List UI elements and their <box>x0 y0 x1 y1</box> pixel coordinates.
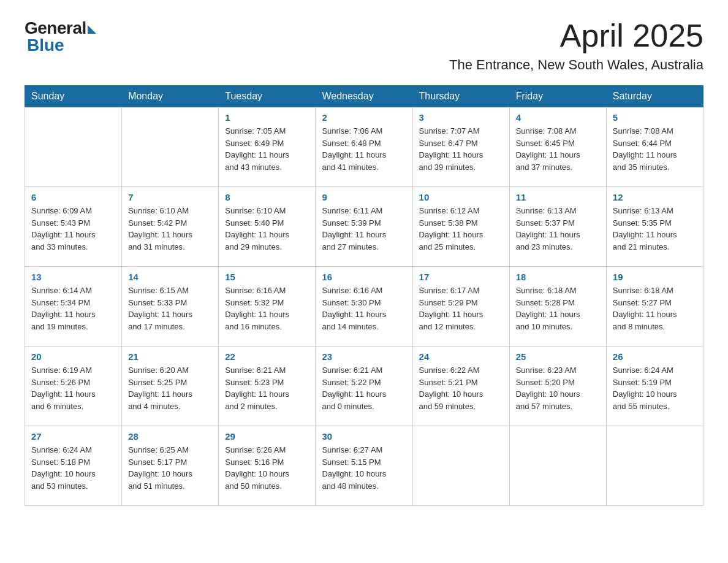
calendar-cell: 21Sunrise: 6:20 AMSunset: 5:25 PMDayligh… <box>122 347 219 426</box>
day-number: 17 <box>419 272 503 282</box>
calendar-cell: 18Sunrise: 6:18 AMSunset: 5:28 PMDayligh… <box>509 267 606 347</box>
calendar-cell: 10Sunrise: 6:12 AMSunset: 5:38 PMDayligh… <box>412 187 509 267</box>
calendar-cell: 23Sunrise: 6:21 AMSunset: 5:22 PMDayligh… <box>316 347 412 426</box>
calendar-cell <box>412 426 509 506</box>
day-info: Sunrise: 6:26 AMSunset: 5:16 PMDaylight:… <box>225 444 309 492</box>
day-number: 25 <box>516 351 600 362</box>
weekday-header-friday: Friday <box>509 86 606 107</box>
day-info: Sunrise: 6:10 AMSunset: 5:42 PMDaylight:… <box>128 205 212 253</box>
day-info: Sunrise: 7:08 AMSunset: 6:45 PMDaylight:… <box>516 125 600 173</box>
day-number: 10 <box>419 192 503 202</box>
calendar-cell: 22Sunrise: 6:21 AMSunset: 5:23 PMDayligh… <box>219 347 316 426</box>
calendar-cell: 11Sunrise: 6:13 AMSunset: 5:37 PMDayligh… <box>509 187 606 267</box>
day-info: Sunrise: 6:24 AMSunset: 5:19 PMDaylight:… <box>613 364 697 412</box>
weekday-header-monday: Monday <box>122 86 219 107</box>
calendar-cell: 30Sunrise: 6:27 AMSunset: 5:15 PMDayligh… <box>316 426 412 506</box>
calendar-cell <box>122 107 219 187</box>
day-number: 24 <box>419 351 503 362</box>
day-info: Sunrise: 7:06 AMSunset: 6:48 PMDaylight:… <box>322 125 406 173</box>
day-info: Sunrise: 6:22 AMSunset: 5:21 PMDaylight:… <box>419 364 503 412</box>
calendar-table: SundayMondayTuesdayWednesdayThursdayFrid… <box>25 85 703 506</box>
day-info: Sunrise: 6:13 AMSunset: 5:37 PMDaylight:… <box>516 205 600 253</box>
day-number: 22 <box>225 351 309 362</box>
calendar-cell: 8Sunrise: 6:10 AMSunset: 5:40 PMDaylight… <box>219 187 316 267</box>
calendar-cell: 9Sunrise: 6:11 AMSunset: 5:39 PMDaylight… <box>316 187 412 267</box>
day-number: 1 <box>225 112 309 123</box>
calendar-cell <box>606 426 703 506</box>
day-info: Sunrise: 7:07 AMSunset: 6:47 PMDaylight:… <box>419 125 503 173</box>
day-info: Sunrise: 6:17 AMSunset: 5:29 PMDaylight:… <box>419 285 503 332</box>
page-header: General Blue April 2025 The Entrance, Ne… <box>25 18 703 73</box>
day-number: 12 <box>613 192 697 202</box>
day-info: Sunrise: 6:23 AMSunset: 5:20 PMDaylight:… <box>516 364 600 412</box>
calendar-cell: 12Sunrise: 6:13 AMSunset: 5:35 PMDayligh… <box>606 187 703 267</box>
calendar-cell: 7Sunrise: 6:10 AMSunset: 5:42 PMDaylight… <box>122 187 219 267</box>
day-info: Sunrise: 6:10 AMSunset: 5:40 PMDaylight:… <box>225 205 309 253</box>
day-info: Sunrise: 6:27 AMSunset: 5:15 PMDaylight:… <box>322 444 406 492</box>
calendar-cell <box>25 107 122 187</box>
day-number: 29 <box>225 431 309 442</box>
day-info: Sunrise: 6:24 AMSunset: 5:18 PMDaylight:… <box>31 444 115 492</box>
day-number: 26 <box>613 351 697 362</box>
day-info: Sunrise: 6:13 AMSunset: 5:35 PMDaylight:… <box>613 205 697 253</box>
day-number: 6 <box>31 192 115 202</box>
calendar-cell: 29Sunrise: 6:26 AMSunset: 5:16 PMDayligh… <box>219 426 316 506</box>
calendar-cell: 5Sunrise: 7:08 AMSunset: 6:44 PMDaylight… <box>606 107 703 187</box>
day-info: Sunrise: 6:20 AMSunset: 5:25 PMDaylight:… <box>128 364 212 412</box>
day-number: 11 <box>516 192 600 202</box>
day-info: Sunrise: 6:16 AMSunset: 5:30 PMDaylight:… <box>322 285 406 332</box>
day-number: 21 <box>128 351 212 362</box>
day-info: Sunrise: 6:18 AMSunset: 5:28 PMDaylight:… <box>516 285 600 332</box>
day-info: Sunrise: 6:09 AMSunset: 5:43 PMDaylight:… <box>31 205 115 253</box>
calendar-cell: 26Sunrise: 6:24 AMSunset: 5:19 PMDayligh… <box>606 347 703 426</box>
calendar-cell: 1Sunrise: 7:05 AMSunset: 6:49 PMDaylight… <box>219 107 316 187</box>
calendar-cell: 2Sunrise: 7:06 AMSunset: 6:48 PMDaylight… <box>316 107 412 187</box>
day-number: 20 <box>31 351 115 362</box>
day-number: 23 <box>322 351 406 362</box>
day-info: Sunrise: 6:21 AMSunset: 5:23 PMDaylight:… <box>225 364 309 412</box>
calendar-cell: 15Sunrise: 6:16 AMSunset: 5:32 PMDayligh… <box>219 267 316 347</box>
day-number: 15 <box>225 272 309 282</box>
day-number: 28 <box>128 431 212 442</box>
day-info: Sunrise: 6:15 AMSunset: 5:33 PMDaylight:… <box>128 285 212 332</box>
day-number: 5 <box>613 112 697 123</box>
weekday-header-tuesday: Tuesday <box>219 86 316 107</box>
logo-blue-text: Blue <box>27 36 64 55</box>
day-number: 3 <box>419 112 503 123</box>
day-info: Sunrise: 6:11 AMSunset: 5:39 PMDaylight:… <box>322 205 406 253</box>
day-number: 9 <box>322 192 406 202</box>
calendar-cell: 3Sunrise: 7:07 AMSunset: 6:47 PMDaylight… <box>412 107 509 187</box>
weekday-header-thursday: Thursday <box>412 86 509 107</box>
month-title: April 2025 <box>449 18 703 53</box>
weekday-header-row: SundayMondayTuesdayWednesdayThursdayFrid… <box>25 86 703 107</box>
calendar-week-row: 20Sunrise: 6:19 AMSunset: 5:26 PMDayligh… <box>25 347 703 426</box>
weekday-header-sunday: Sunday <box>25 86 122 107</box>
title-section: April 2025 The Entrance, New South Wales… <box>449 18 703 73</box>
calendar-week-row: 6Sunrise: 6:09 AMSunset: 5:43 PMDaylight… <box>25 187 703 267</box>
day-info: Sunrise: 6:25 AMSunset: 5:17 PMDaylight:… <box>128 444 212 492</box>
calendar-cell <box>509 426 606 506</box>
day-info: Sunrise: 6:18 AMSunset: 5:27 PMDaylight:… <box>613 285 697 332</box>
calendar-cell: 25Sunrise: 6:23 AMSunset: 5:20 PMDayligh… <box>509 347 606 426</box>
location-title: The Entrance, New South Wales, Australia <box>449 57 703 73</box>
calendar-cell: 14Sunrise: 6:15 AMSunset: 5:33 PMDayligh… <box>122 267 219 347</box>
day-number: 13 <box>31 272 115 282</box>
logo-arrow-icon <box>88 25 96 34</box>
day-number: 4 <box>516 112 600 123</box>
calendar-cell: 13Sunrise: 6:14 AMSunset: 5:34 PMDayligh… <box>25 267 122 347</box>
day-number: 7 <box>128 192 212 202</box>
day-info: Sunrise: 6:21 AMSunset: 5:22 PMDaylight:… <box>322 364 406 412</box>
calendar-week-row: 1Sunrise: 7:05 AMSunset: 6:49 PMDaylight… <box>25 107 703 187</box>
day-number: 30 <box>322 431 406 442</box>
weekday-header-wednesday: Wednesday <box>316 86 412 107</box>
day-number: 14 <box>128 272 212 282</box>
calendar-week-row: 13Sunrise: 6:14 AMSunset: 5:34 PMDayligh… <box>25 267 703 347</box>
day-number: 8 <box>225 192 309 202</box>
day-number: 2 <box>322 112 406 123</box>
calendar-week-row: 27Sunrise: 6:24 AMSunset: 5:18 PMDayligh… <box>25 426 703 506</box>
day-info: Sunrise: 7:05 AMSunset: 6:49 PMDaylight:… <box>225 125 309 173</box>
day-number: 16 <box>322 272 406 282</box>
calendar-cell: 20Sunrise: 6:19 AMSunset: 5:26 PMDayligh… <box>25 347 122 426</box>
day-info: Sunrise: 6:14 AMSunset: 5:34 PMDaylight:… <box>31 285 115 332</box>
day-info: Sunrise: 6:12 AMSunset: 5:38 PMDaylight:… <box>419 205 503 253</box>
